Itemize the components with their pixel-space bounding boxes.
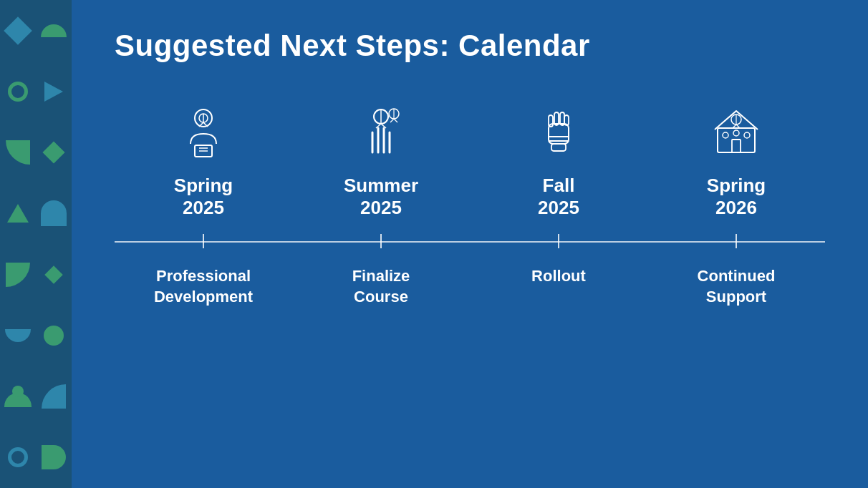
label-continued-support: ContinuedSupport	[665, 266, 808, 307]
sidebar	[0, 0, 72, 488]
sidebar-shape-1	[0, 0, 36, 61]
finalize-course-icon	[349, 99, 413, 163]
svg-point-35	[733, 130, 739, 136]
sidebar-shape-13	[0, 366, 36, 427]
rollout-icon	[526, 99, 591, 163]
tick-line-1	[203, 234, 204, 248]
sidebar-shape-4	[36, 61, 72, 122]
timeline-item-spring-2026: Spring2026	[665, 99, 808, 230]
timeline-item-fall-2025: Fall2025	[487, 99, 630, 230]
tick-3	[487, 230, 630, 252]
professional-dev-icon	[171, 99, 236, 163]
page-title: Suggested Next Steps: Calendar	[115, 29, 825, 63]
timeline-items: Spring2025	[115, 99, 825, 230]
sidebar-shape-11	[0, 305, 36, 366]
tick-4	[665, 230, 808, 252]
tick-line-4	[736, 234, 737, 248]
tick-line-2	[380, 234, 382, 248]
svg-line-18	[390, 119, 394, 122]
season-spring-2026: Spring2026	[707, 175, 766, 219]
timeline-item-spring-2025: Spring2025	[132, 99, 275, 230]
label-rollout: Rollout	[487, 266, 630, 307]
sidebar-shape-12	[36, 305, 72, 366]
sidebar-shape-10	[36, 244, 72, 305]
sidebar-shape-14	[36, 366, 72, 427]
sidebar-shape-15	[0, 427, 36, 488]
timeline-container: Spring2025	[115, 99, 825, 308]
timeline-item-summer-2025: Summer2025	[309, 99, 453, 230]
label-professional-development: ProfessionalDevelopment	[132, 266, 275, 307]
svg-rect-29	[732, 140, 741, 152]
sidebar-shape-16	[36, 427, 72, 488]
tick-1	[132, 230, 275, 252]
sidebar-shape-5	[0, 122, 36, 183]
sidebar-shape-8	[36, 183, 72, 244]
sidebar-shape-9	[0, 244, 36, 305]
sidebar-shape-2	[36, 0, 72, 61]
svg-line-19	[394, 119, 397, 122]
sidebar-shape-3	[0, 61, 36, 122]
timeline-track	[115, 230, 825, 252]
timeline-labels: ProfessionalDevelopment FinalizeCourse R…	[115, 266, 825, 307]
tick-2	[309, 230, 453, 252]
continued-support-icon	[704, 99, 768, 163]
main-content: Suggested Next Steps: Calendar	[72, 0, 868, 488]
svg-rect-28	[718, 128, 755, 152]
svg-point-36	[744, 132, 750, 138]
svg-point-34	[723, 132, 728, 138]
tick-line-3	[558, 234, 559, 248]
svg-rect-25	[551, 144, 566, 151]
sidebar-shape-7	[0, 183, 36, 244]
season-summer-2025: Summer2025	[344, 175, 418, 219]
sidebar-shape-6	[36, 122, 72, 183]
label-finalize-course: FinalizeCourse	[309, 266, 453, 307]
tick-marks	[115, 230, 825, 252]
season-fall-2025: Fall2025	[538, 175, 579, 219]
season-spring-2025: Spring2025	[174, 175, 233, 219]
